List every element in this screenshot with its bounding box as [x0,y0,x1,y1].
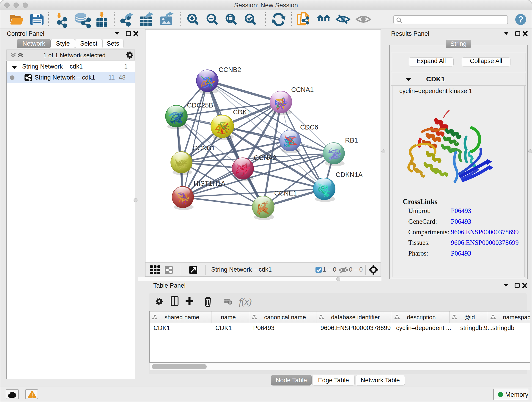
svg-text:CCNA1: CCNA1 [291,86,314,93]
svg-text:description: description [407,314,436,321]
svg-text:CCNE1: CCNE1 [274,190,297,197]
svg-text:@id: @id [464,314,475,321]
svg-text:database identifier: database identifier [331,314,380,321]
svg-text:CDC25B: CDC25B [187,102,213,109]
svg-text:CDKN1A: CDKN1A [336,171,363,178]
svg-text:CCNB2: CCNB2 [219,66,241,73]
svg-text:?: ? [518,15,523,24]
svg-text:HIST1H1A: HIST1H1A [194,180,225,187]
svg-text:CDC6: CDC6 [300,123,318,131]
svg-text:namespac: namespac [503,314,530,321]
svg-text:f(x): f(x) [239,296,252,307]
svg-text:canonical name: canonical name [264,314,306,321]
svg-text:name: name [221,314,236,321]
svg-text:CCNA2: CCNA2 [254,154,276,161]
svg-text:RB1: RB1 [345,137,358,144]
svg-text:CCNB1: CCNB1 [192,144,215,152]
svg-text:CDK1: CDK1 [233,108,251,116]
svg-text:shared name: shared name [165,314,199,321]
